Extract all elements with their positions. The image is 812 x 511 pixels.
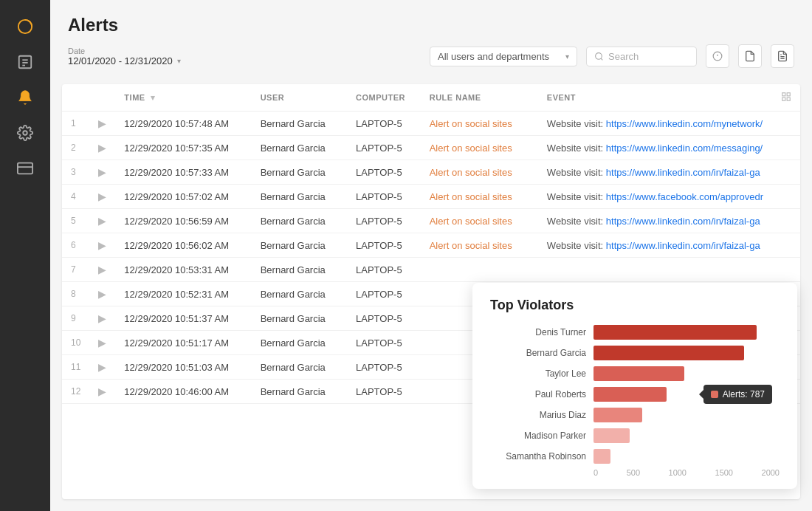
- page-title: Alerts: [68, 15, 794, 35]
- alert-rule[interactable]: Alert on social sites: [421, 160, 538, 185]
- info-button[interactable]: [706, 44, 729, 68]
- video-camera-icon[interactable]: ▶: [98, 361, 106, 373]
- video-camera-icon[interactable]: ▶: [98, 215, 106, 227]
- video-cell: ▶: [89, 331, 115, 355]
- table-row[interactable]: 5 ▶ 12/29/2020 10:56:59 AM Bernard Garci…: [62, 209, 800, 233]
- video-camera-icon[interactable]: ▶: [98, 239, 106, 251]
- event-url[interactable]: https://www.linkedin.com/in/faizal-ga: [606, 240, 760, 251]
- dashboard-icon[interactable]: [10, 12, 40, 41]
- tooltip-arrow: [699, 390, 703, 399]
- row-actions: [772, 233, 800, 258]
- bar-fill: [593, 387, 667, 402]
- row-number: 10: [62, 331, 89, 355]
- svg-rect-16: [787, 93, 790, 96]
- chevron-down-icon: ▾: [565, 52, 569, 61]
- alert-rule[interactable]: Alert on social sites: [421, 112, 538, 136]
- video-cell: ▶: [89, 185, 115, 209]
- alerts-icon[interactable]: [10, 83, 40, 112]
- alert-time: 12/29/2020 10:52:31 AM: [115, 282, 251, 306]
- svg-point-8: [596, 52, 602, 59]
- billing-icon[interactable]: [10, 154, 40, 183]
- row-number: 1: [62, 112, 89, 136]
- alert-computer: LAPTOP-5: [347, 112, 421, 136]
- rule-link[interactable]: Alert on social sites: [430, 167, 512, 178]
- date-section: Date 12/01/2020 - 12/31/2020 ▾: [68, 47, 181, 66]
- rule-link[interactable]: Alert on social sites: [430, 216, 512, 227]
- bar-label: Paul Roberts: [490, 389, 586, 399]
- pdf-export-button[interactable]: [771, 44, 794, 68]
- alert-computer: LAPTOP-5: [347, 136, 421, 160]
- col-header-event: EVENT: [538, 84, 772, 112]
- video-cell: ▶: [89, 112, 115, 136]
- event-url[interactable]: https://www.linkedin.com/in/faizal-ga: [606, 167, 760, 178]
- bar-fill: [593, 346, 744, 360]
- rule-link[interactable]: Alert on social sites: [430, 118, 512, 129]
- alert-time: 12/29/2020 10:57:02 AM: [115, 185, 251, 209]
- event-url[interactable]: https://www.linkedin.com/mynetwork/: [606, 118, 763, 129]
- video-camera-icon[interactable]: ▶: [98, 264, 106, 275]
- video-cell: ▶: [89, 380, 115, 404]
- alert-user: Bernard Garcia: [252, 112, 347, 136]
- video-camera-icon[interactable]: ▶: [98, 312, 106, 324]
- alert-computer: LAPTOP-5: [347, 160, 421, 185]
- rule-link[interactable]: Alert on social sites: [430, 143, 512, 154]
- alert-rule[interactable]: Alert on social sites: [421, 209, 538, 233]
- alert-event: [538, 258, 772, 282]
- event-url[interactable]: https://www.facebook.com/approvedr: [606, 191, 763, 202]
- bar-row: Taylor Lee: [490, 366, 780, 381]
- rule-link[interactable]: Alert on social sites: [430, 191, 512, 202]
- alert-rule[interactable]: [421, 258, 538, 282]
- rule-link[interactable]: Alert on social sites: [430, 240, 512, 251]
- row-number: 6: [62, 233, 89, 258]
- table-row[interactable]: 1 ▶ 12/29/2020 10:57:48 AM Bernard Garci…: [62, 112, 800, 136]
- alert-rule[interactable]: Alert on social sites: [421, 136, 538, 160]
- table-row[interactable]: 2 ▶ 12/29/2020 10:57:35 AM Bernard Garci…: [62, 136, 800, 160]
- alert-event: Website visit: https://www.linkedin.com/…: [538, 112, 772, 136]
- bar-label: Marius Diaz: [490, 410, 586, 420]
- svg-rect-18: [787, 97, 790, 100]
- table-row[interactable]: 3 ▶ 12/29/2020 10:57:33 AM Bernard Garci…: [62, 160, 800, 185]
- table-row[interactable]: 7 ▶ 12/29/2020 10:53:31 AM Bernard Garci…: [62, 258, 800, 282]
- table-row[interactable]: 6 ▶ 12/29/2020 10:56:02 AM Bernard Garci…: [62, 233, 800, 258]
- video-camera-icon[interactable]: ▶: [98, 191, 106, 202]
- event-url[interactable]: https://www.linkedin.com/messaging/: [606, 143, 763, 154]
- search-box[interactable]: Search: [586, 47, 697, 66]
- alert-computer: LAPTOP-5: [347, 282, 421, 306]
- alert-computer: LAPTOP-5: [347, 233, 421, 258]
- reports-icon[interactable]: [10, 47, 40, 77]
- alert-rule[interactable]: Alert on social sites: [421, 233, 538, 258]
- svg-rect-6: [18, 163, 32, 174]
- settings-icon[interactable]: [10, 118, 40, 148]
- video-camera-icon[interactable]: ▶: [98, 166, 106, 178]
- date-label: Date: [68, 47, 179, 55]
- video-cell: ▶: [89, 258, 115, 282]
- event-url[interactable]: https://www.linkedin.com/in/faizal-ga: [606, 216, 760, 227]
- video-cell: ▶: [89, 136, 115, 160]
- video-cell: ▶: [89, 160, 115, 185]
- alert-event: Website visit: https://www.facebook.com/…: [538, 185, 772, 209]
- video-camera-icon[interactable]: ▶: [98, 142, 106, 154]
- video-cell: ▶: [89, 282, 115, 306]
- col-header-time[interactable]: TIME ▾: [115, 84, 251, 112]
- alert-user: Bernard Garcia: [252, 185, 347, 209]
- video-cell: ▶: [89, 355, 115, 380]
- video-camera-icon[interactable]: ▶: [98, 385, 106, 397]
- bar-label: Bernard Garcia: [490, 348, 586, 358]
- alert-computer: LAPTOP-5: [347, 331, 421, 355]
- dept-filter-label: All users and departments: [438, 51, 549, 62]
- bar-chart: Denis Turner Bernard Garcia Taylor Lee P…: [490, 325, 780, 464]
- date-filter[interactable]: 12/01/2020 - 12/31/2020 ▾: [68, 55, 181, 66]
- bar-fill: [593, 408, 642, 422]
- col-header-actions: [772, 84, 800, 112]
- alert-rule[interactable]: Alert on social sites: [421, 185, 538, 209]
- department-filter[interactable]: All users and departments ▾: [430, 47, 577, 66]
- bar-track: Alerts: 787: [593, 387, 780, 402]
- video-camera-icon[interactable]: ▶: [98, 117, 106, 129]
- search-placeholder: Search: [608, 51, 639, 62]
- csv-export-button[interactable]: [738, 44, 762, 68]
- video-camera-icon[interactable]: ▶: [98, 337, 106, 349]
- row-number: 12: [62, 380, 89, 404]
- video-camera-icon[interactable]: ▶: [98, 288, 106, 300]
- chevron-down-icon: ▾: [177, 57, 181, 65]
- table-row[interactable]: 4 ▶ 12/29/2020 10:57:02 AM Bernard Garci…: [62, 185, 800, 209]
